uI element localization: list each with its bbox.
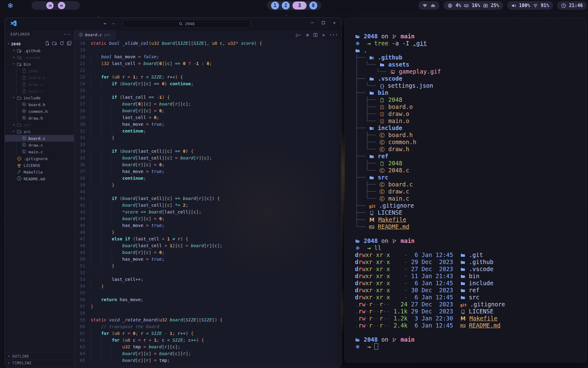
nav-forward-icon[interactable]: → xyxy=(111,20,115,26)
outline-section[interactable]: ›OUTLINE xyxy=(5,353,74,360)
split-editor-icon[interactable] xyxy=(313,33,318,37)
code-line-31: 31 continue; xyxy=(74,128,341,134)
explorer-item-src[interactable]: ›‹›src xyxy=(5,128,74,135)
explorer-item-.vscode[interactable]: ›.vscode xyxy=(5,54,74,61)
code-line-19: 19 xyxy=(74,47,341,53)
explorer-item-label: 2048 xyxy=(28,69,38,73)
M-icon: M xyxy=(369,217,375,224)
c-icon: Ⓒ xyxy=(379,188,385,195)
close-editor-icon[interactable]: ✕ xyxy=(322,33,325,37)
explorer-item-draw.h[interactable]: ›Ⓗdraw.h xyxy=(5,115,74,121)
explorer-item-draw.c[interactable]: ›Ⓒdraw.c xyxy=(5,142,74,148)
explorer-item-common.h[interactable]: ›Ⓗcommon.h xyxy=(5,108,74,115)
terminal-line-34: drwxr-xr-x - 11 Jan 21:43 bin xyxy=(355,273,586,280)
run-button[interactable]: ▷› xyxy=(296,33,301,37)
code-line-52: 52 xyxy=(74,269,341,276)
audio-network[interactable]: 100% 91% xyxy=(507,1,553,10)
code-line-59: 59static void _rotate_board(u32 board[SI… xyxy=(74,316,341,323)
folder-icon xyxy=(17,95,22,100)
code-line-36: 36 board[r][c] = 0; xyxy=(74,161,341,168)
editor-more-icon[interactable]: ··· xyxy=(330,33,338,37)
terminal-line-28 xyxy=(355,230,586,237)
code-line-43: 43 *score += board[last_cell][c]; xyxy=(74,209,341,215)
explorer-item-label: Makefile xyxy=(24,170,43,174)
terminal-line-27: └── README.md xyxy=(355,223,586,230)
close-icon[interactable]: ✕ xyxy=(333,20,336,25)
terminal-line-2: . xyxy=(355,47,586,54)
explorer-item-ref[interactable]: ›ref xyxy=(5,121,74,128)
terminal-line-43: 2048 on main xyxy=(355,336,586,343)
folder-icon xyxy=(460,266,465,273)
nav-back-icon[interactable]: ← xyxy=(104,20,107,26)
snow-icon: ❄ xyxy=(355,343,360,351)
explorer-item-LICENSE[interactable]: ›LICENSE xyxy=(5,162,74,169)
code-line-64: 64 board[r][c] = board[c][r]; xyxy=(74,350,341,357)
clock-icon xyxy=(561,3,566,8)
terminal-line-39: .rw-r--r-- 1.1k 29 Dec 2023 LICENSE xyxy=(355,308,586,315)
explorer-item-Makefile[interactable]: ›Makefile xyxy=(5,169,74,175)
explorer-tree: ›2048›.github›.vscode›bin›2048›board.o›d… xyxy=(5,40,74,182)
explorer-item-.github[interactable]: ›.github xyxy=(5,47,74,54)
minimize-icon[interactable]: ─ xyxy=(311,20,313,25)
book-icon xyxy=(369,209,374,217)
svg-text:10: 10 xyxy=(381,121,383,123)
terminal-line-38: .rw-r--r-- 24 27 Dec 2023 git .gitignore xyxy=(355,301,586,308)
explorer-item-board.c[interactable]: ›Ⓒboard.c xyxy=(5,135,74,142)
memory-icon xyxy=(464,3,469,8)
c-file-icon: Ⓒ xyxy=(79,32,83,38)
folder-icon xyxy=(460,273,465,280)
folder-icon xyxy=(369,153,374,160)
explorer-item-include[interactable]: ›include xyxy=(5,94,74,101)
make-icon xyxy=(17,170,22,174)
explorer-item-board.o[interactable]: ›board.o xyxy=(5,74,74,81)
code-line-23: 23 for (u8 r = 1; r < SIZE; r++) { xyxy=(74,74,341,80)
branch-icon xyxy=(392,238,397,245)
workspace-2[interactable]: 2 xyxy=(282,2,290,10)
clock-widget[interactable]: 21:46 xyxy=(557,1,587,10)
media-prev-button[interactable] xyxy=(46,2,54,9)
status-bar: ❄ 1238 4% 16% 25% 100% 9 xyxy=(0,0,588,11)
folder-src-icon: ‹› xyxy=(17,129,22,134)
explorer-item-2048[interactable]: ›2048 xyxy=(5,67,74,74)
explorer-item-.gitignore[interactable]: ›.gitignore xyxy=(5,155,74,162)
collapse-all-icon[interactable] xyxy=(67,41,72,46)
h-icon: Ⓗ xyxy=(21,109,27,114)
branch-icon xyxy=(392,33,397,40)
terminal-line-14: │ ├── Ⓒ board.h xyxy=(355,132,586,139)
workspace-1[interactable]: 1 xyxy=(271,2,279,10)
gear-icon[interactable]: ⚙ xyxy=(306,33,309,37)
new-folder-icon[interactable] xyxy=(52,41,57,46)
folder-icon xyxy=(369,174,374,181)
media-next-button[interactable] xyxy=(58,2,65,9)
code-editor[interactable]: 18static bool _slide_col(u32 board[SIZE]… xyxy=(74,40,341,367)
terminal-line-11: │ ├── 0110 draw.o xyxy=(355,110,586,117)
workspace-3[interactable]: 3 xyxy=(292,2,307,10)
tab-board.c[interactable]: Ⓒ board.c src xyxy=(74,30,116,40)
new-file-icon[interactable] xyxy=(45,41,50,46)
weather-widget[interactable] xyxy=(418,1,439,10)
explorer-item-draw.o[interactable]: ›draw.o xyxy=(5,81,74,88)
github-icon xyxy=(369,54,374,61)
wifi-icon xyxy=(533,3,538,8)
refresh-explorer-icon[interactable] xyxy=(59,41,65,46)
terminal-window[interactable]: 2048 on main❄ → tree -a -I .git .├── .gi… xyxy=(345,17,587,362)
editor-area: Ⓒ board.c src ▷› ⚙ ✕ ··· 18static bool _… xyxy=(74,30,341,367)
nixos-logo-icon[interactable]: ❄ xyxy=(4,2,17,10)
folder-icon xyxy=(460,280,465,287)
terminal-line-13: ├── include xyxy=(355,125,586,132)
svg-text:10: 10 xyxy=(381,114,383,116)
system-stats[interactable]: 4% 16% 25% xyxy=(443,1,503,10)
explorer-item-README.md[interactable]: ›ⓘREADME.md xyxy=(5,175,74,182)
terminal-line-37: drwxr-xr-x - 6 Jan 12:45 src xyxy=(355,294,586,301)
timeline-section[interactable]: ›TIMELINE xyxy=(5,359,74,366)
command-center-search[interactable]: 2048 xyxy=(123,20,251,28)
explorer-more-icon[interactable]: ··· xyxy=(63,32,71,36)
workspace-8[interactable]: 8 xyxy=(309,2,317,10)
explorer-item-board.h[interactable]: ›Ⓗboard.h xyxy=(5,101,74,108)
volume-level: 100% xyxy=(519,3,530,8)
maximize-icon[interactable] xyxy=(322,21,325,25)
explorer-item-main.o[interactable]: ›main.o xyxy=(5,88,74,94)
explorer-item-main.c[interactable]: ›Ⓒmain.c xyxy=(5,148,74,155)
explorer-item-bin[interactable]: ›bin xyxy=(5,61,74,67)
disk-icon xyxy=(483,3,488,8)
